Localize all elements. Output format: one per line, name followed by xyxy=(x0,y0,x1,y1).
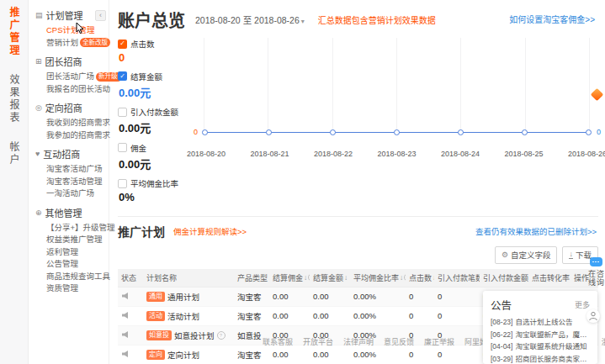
gear-icon: ⚙ xyxy=(502,251,508,259)
sidebar-item[interactable]: 我参加的招商需求 xyxy=(35,129,105,142)
plan-name[interactable]: 定向计划 xyxy=(167,349,199,361)
sidebar-item[interactable]: 团长活动广场 新升级! xyxy=(35,71,105,83)
deleted-plans-link[interactable]: 查看仍有效果数据的已删除计划>> xyxy=(475,225,597,237)
metric-label: 平均佣金比率 xyxy=(130,177,178,189)
customer-service-icon[interactable] xyxy=(586,309,600,323)
announcement-more-link[interactable]: 更多 xyxy=(575,299,590,310)
sidebar-section-label: 互动招商 xyxy=(43,147,80,161)
column-header[interactable]: 结算金额↓ xyxy=(310,272,350,283)
data-point-marker[interactable] xyxy=(266,129,272,135)
metric-checkbox[interactable]: ✓ xyxy=(118,40,127,49)
sidebar-section: ⊞ 团长招商 团长活动广场 新升级! 我报名的团长活动 xyxy=(35,55,105,95)
vertical-nav-item[interactable]: 推广管理 xyxy=(7,7,21,57)
data-point-marker[interactable] xyxy=(330,129,336,135)
sidebar-item[interactable]: 资质管理 xyxy=(35,282,105,295)
announcement-item[interactable]: [06-22]淘宝联盟新产品，魔力投上线啦 xyxy=(491,329,590,341)
metric-toggles: ✓ 点击数 0 ✓ 结算金额 0.00元 引入付款金额 xyxy=(118,38,195,210)
metric-checkbox[interactable] xyxy=(118,143,127,152)
sidebar-item[interactable]: 淘宝客活动管理 xyxy=(35,176,105,188)
product-type-cell: 淘宝客 xyxy=(234,291,269,303)
promoting-status-icon[interactable] xyxy=(121,292,130,300)
vertical-nav-item[interactable]: 效果报表 xyxy=(7,74,21,124)
sidebar-section-title[interactable]: ⊞ 团长招商 xyxy=(35,55,105,68)
sidebar-item[interactable]: 一淘活动广场 xyxy=(35,187,105,200)
announcement-title: 公告 xyxy=(491,297,512,313)
data-point-marker[interactable] xyxy=(458,129,464,135)
chart-plot-area: 0 0 xyxy=(195,38,598,147)
data-point-marker[interactable] xyxy=(202,129,208,135)
sidebar-section-title[interactable]: ◎ 定向招商 xyxy=(35,101,105,114)
announcement-item[interactable]: [04-04]淘宝联盟系统升级通知 xyxy=(491,340,590,353)
sort-arrow-icon[interactable]: ↓ xyxy=(400,273,403,282)
diamond-icon xyxy=(591,88,604,102)
plan-name[interactable]: 通用计划 xyxy=(167,291,199,303)
sidebar-item[interactable]: 商品违规查询工具 xyxy=(35,271,105,283)
customize-fields-button[interactable]: ⚙ 自定义字段 xyxy=(495,246,558,264)
metric-checkbox[interactable] xyxy=(118,108,127,117)
column-header[interactable]: 引入付款金额↓ xyxy=(480,272,528,283)
sidebar-section: ⊕ 其他管理 【分享+】升级管理 权益类推广管理 返利管理 xyxy=(35,206,105,295)
date-range-picker[interactable]: 2018-08-20 至 2018-08-26▾ xyxy=(195,13,305,26)
promoting-status-icon[interactable] xyxy=(121,311,130,319)
sidebar-section-title[interactable]: ⊕ 其他管理 xyxy=(35,206,105,219)
column-label: 平均佣金比率 xyxy=(353,272,399,283)
plan-name[interactable]: 活动计划 xyxy=(167,310,199,322)
sidebar-item[interactable]: CPS计划管理 xyxy=(35,24,105,37)
sidebar-item[interactable]: 营销计划 全新改版 xyxy=(35,37,105,50)
announcement-item[interactable]: [08-23]自选计划上线公告 xyxy=(491,316,590,329)
sidebar-item-label: 资质管理 xyxy=(46,282,78,295)
sort-arrow-icon[interactable]: ↓ xyxy=(344,273,348,282)
sidebar-item[interactable]: 【分享+】升级管理 xyxy=(35,222,105,235)
sidebar-item[interactable]: 返利管理 xyxy=(35,246,105,259)
plan-name[interactable]: 如意投计划 xyxy=(174,330,215,341)
data-point-marker[interactable] xyxy=(394,129,400,135)
footer-link[interactable]: 开放平台 xyxy=(303,336,333,347)
column-header[interactable]: 引入付款笔数↓ xyxy=(434,272,480,283)
chart-gridline xyxy=(332,38,333,134)
column-header[interactable]: 状态 xyxy=(118,272,143,283)
announcement-text: 自选计划上线公告 xyxy=(515,318,572,326)
sidebar-section-label: 计划管理 xyxy=(46,8,83,22)
commission-rule-link[interactable]: 佣金计算规则解读>> xyxy=(173,225,247,237)
sidebar-item[interactable]: 公告管理 xyxy=(35,258,105,271)
clicks-cell: 0 xyxy=(406,311,434,320)
chart-gridline xyxy=(396,38,397,134)
column-header[interactable]: 结算佣金↓? xyxy=(269,272,310,283)
avg-commission-rate-cell: 0.00% xyxy=(350,311,406,320)
sidebar-item[interactable]: 我报名的团长活动 xyxy=(35,83,105,96)
vertical-nav-item[interactable]: 帐户 xyxy=(7,141,21,166)
help-icon[interactable]: ? xyxy=(217,331,226,340)
column-header[interactable]: 点击转化率↓ xyxy=(528,272,571,283)
sidebar-section-title[interactable]: ♥ 互动招商 xyxy=(35,147,105,161)
announcement-date: [06-22] xyxy=(491,330,512,339)
chat-bubble-icon xyxy=(590,257,602,266)
sidebar-item[interactable]: 淘宝客活动广场 xyxy=(35,163,105,176)
commission-settings-help-link[interactable]: 如何设置淘宝客佣金>> xyxy=(509,13,595,25)
footer-link[interactable]: 联系客服 xyxy=(263,336,293,347)
metric-checkbox[interactable]: ✓ xyxy=(118,71,127,81)
column-label: 引入付款金额 xyxy=(483,272,528,283)
data-point-marker[interactable] xyxy=(586,129,592,135)
sidebar-item[interactable]: 我收到的招商需求 xyxy=(35,117,105,129)
mouse-cursor-icon xyxy=(76,23,86,34)
footer-link[interactable]: 廉正举报 xyxy=(424,336,454,347)
column-header[interactable]: 平均佣金比率↓? xyxy=(350,272,406,283)
table-header-row: 状态 计划名称 产品类型 结算佣金↓? 结算金额↓ 平均佣金比率↓? 点击数 xyxy=(118,269,598,288)
promoting-status-icon[interactable] xyxy=(121,330,130,339)
column-header[interactable]: 点击数↓ xyxy=(406,272,434,283)
sort-arrow-icon[interactable]: ↓ xyxy=(304,273,307,282)
announcement-item[interactable]: [03-29]招商团长服务商卖家设置教程 xyxy=(491,353,590,364)
sidebar-item[interactable]: 权益类推广管理 xyxy=(35,234,105,246)
promoting-status-icon[interactable] xyxy=(121,350,130,358)
footer-link[interactable]: 意见反馈 xyxy=(384,336,414,347)
metric-checkbox[interactable] xyxy=(118,179,127,188)
footer-link[interactable]: 法律声明 xyxy=(343,336,374,347)
sidebar-collapse-icon[interactable]: ‹ xyxy=(95,10,106,21)
pay-count-cell: 0 xyxy=(434,350,480,359)
column-header[interactable]: 产品类型 xyxy=(234,272,269,283)
column-header[interactable]: 计划名称 xyxy=(143,272,234,283)
data-point-marker[interactable] xyxy=(522,129,528,135)
metric-value: 0% xyxy=(119,191,195,203)
promo-float-icon[interactable] xyxy=(592,90,602,99)
online-chat-widget[interactable]: 在线咨询 xyxy=(587,257,604,290)
